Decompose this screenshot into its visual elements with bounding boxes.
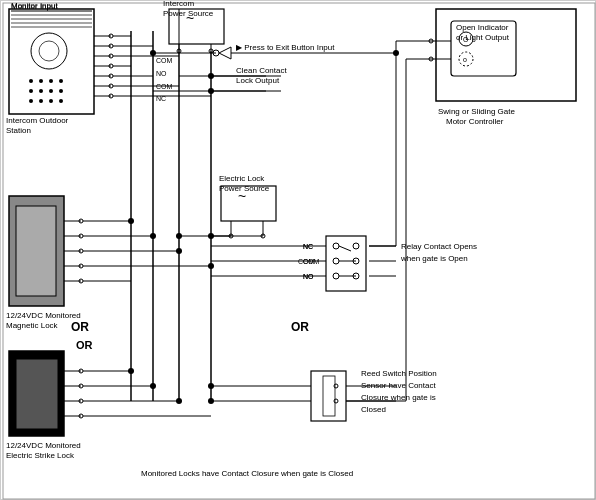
svg-point-15 [49,89,53,93]
svg-point-17 [29,99,33,103]
svg-text:OR: OR [76,339,93,351]
svg-text:Intercom: Intercom [163,1,194,8]
svg-point-88 [208,263,214,269]
svg-text:Reed Switch Position: Reed Switch Position [361,369,437,378]
svg-point-169 [208,233,214,239]
svg-point-139 [208,383,214,389]
svg-text:Station: Station [6,126,31,135]
svg-point-168 [176,233,182,239]
svg-point-19 [49,99,53,103]
wiring-diagram: Monitor Input ~ [0,0,596,500]
svg-point-14 [39,89,43,93]
svg-point-164 [208,73,214,79]
svg-text:Swing or Sliding Gate: Swing or Sliding Gate [438,107,515,116]
svg-text:NO: NO [156,70,167,77]
svg-text:Power Source: Power Source [219,184,270,193]
svg-point-11 [49,79,53,83]
svg-text:Magnetic Lock: Magnetic Lock [6,321,59,330]
svg-text:when gate is Open: when gate is Open [400,254,468,263]
svg-point-165 [208,88,214,94]
svg-text:COM: COM [156,57,173,64]
svg-text:OR: OR [71,320,89,334]
svg-text:NO: NO [303,273,314,280]
svg-point-20 [59,99,63,103]
svg-text:o: o [463,56,467,63]
svg-point-104 [128,368,134,374]
svg-text:12/24VDC Monitored: 12/24VDC Monitored [6,311,81,320]
svg-point-86 [150,233,156,239]
svg-point-10 [39,79,43,83]
svg-text:▶ Press to Exit Button Input: ▶ Press to Exit Button Input [236,43,335,52]
svg-text:Closure when gate is: Closure when gate is [361,393,436,402]
svg-point-85 [128,218,134,224]
svg-text:Monitor Input: Monitor Input [11,1,58,10]
svg-text:OR: OR [291,320,309,334]
svg-text:Motor Controller: Motor Controller [446,117,504,126]
svg-text:Lock Output: Lock Output [236,76,280,85]
svg-point-12 [59,79,63,83]
svg-text:Electric Strike Lock: Electric Strike Lock [6,451,75,460]
svg-text:NC: NC [303,243,313,250]
svg-rect-107 [326,236,366,291]
svg-text:Clean Contact: Clean Contact [236,66,287,75]
svg-text:COM: COM [298,258,315,265]
svg-rect-69 [16,206,56,296]
svg-text:Open Indicator: Open Indicator [456,23,509,32]
svg-point-106 [176,398,182,404]
svg-point-87 [176,248,182,254]
svg-text:Relay Contact Opens: Relay Contact Opens [401,242,477,251]
svg-point-159 [150,50,156,56]
svg-point-13 [29,89,33,93]
svg-rect-1 [9,9,94,114]
svg-text:Closed: Closed [361,405,386,414]
svg-text:or Light Output: or Light Output [456,33,510,42]
svg-point-9 [29,79,33,83]
svg-point-140 [208,398,214,404]
svg-point-16 [59,89,63,93]
svg-rect-91 [16,359,58,429]
svg-text:Sensor have Contact: Sensor have Contact [361,381,436,390]
svg-text:Intercom Outdoor: Intercom Outdoor [6,116,69,125]
svg-text:COM: COM [156,83,173,90]
svg-text:Monitored Locks have Contact C: Monitored Locks have Contact Closure whe… [141,469,353,478]
svg-point-105 [150,383,156,389]
svg-point-18 [39,99,43,103]
svg-text:NC: NC [156,95,166,102]
svg-text:12/24VDC Monitored: 12/24VDC Monitored [6,441,81,450]
svg-text:Power Source: Power Source [163,9,214,18]
svg-text:Electric Lock: Electric Lock [219,174,265,183]
svg-point-161 [393,50,399,56]
svg-rect-129 [311,371,346,421]
